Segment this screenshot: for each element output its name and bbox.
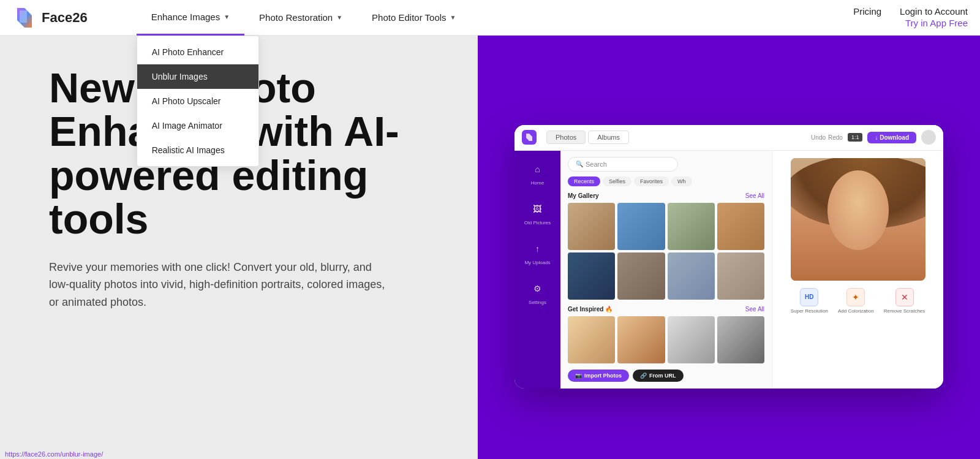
mockup-sidebar: ⌂ Home 🖼 Old Pictures ↑ My Uploads ⚙ Set…	[514, 151, 560, 389]
gallery-tabs-row: Recents Selfies Favorites Wh	[568, 176, 764, 186]
gallery-thumb-1[interactable]	[568, 203, 615, 250]
logo-icon	[12, 6, 37, 30]
mockup-gallery: 🔍 Search Recents Selfies Favorites Wh My…	[560, 151, 772, 389]
sidebar-item-home[interactable]: ⌂ Home	[529, 161, 546, 186]
import-photos-button[interactable]: 📷 Import Photos	[568, 370, 629, 382]
gallery-thumb-6[interactable]	[617, 252, 665, 300]
gallery-thumb-8[interactable]	[717, 252, 764, 300]
settings-icon: ⚙	[529, 280, 546, 297]
photo-restoration-chevron-icon: ▼	[336, 14, 342, 21]
hero-subtitle: Revive your memories with one click! Con…	[49, 259, 392, 311]
gallery-thumb-4[interactable]	[717, 203, 764, 250]
sidebar-item-old-pictures[interactable]: 🖼 Old Pictures	[524, 200, 551, 226]
nav-pricing-link[interactable]: Pricing	[853, 6, 881, 17]
gallery-tab-favorites[interactable]: Favorites	[634, 176, 669, 186]
logo-text: Face26	[42, 10, 88, 26]
navbar: Face26 Enhance Images ▼ AI Photo Enhance…	[0, 0, 980, 36]
gallery-tab-recents[interactable]: Recents	[568, 176, 600, 186]
home-icon: ⌂	[529, 161, 546, 178]
editor-tool-remove-scratches[interactable]: ✕ Remove Scratches	[884, 288, 925, 314]
link-icon: 🔗	[640, 373, 647, 379]
sidebar-item-my-uploads[interactable]: ↑ My Uploads	[524, 240, 550, 265]
from-url-button[interactable]: 🔗 From URL	[633, 370, 684, 382]
dropdown-item-ai-image-animator[interactable]: AI Image Animator	[137, 113, 258, 138]
dropdown-item-realistic-ai-images[interactable]: Realistic AI Images	[137, 138, 258, 162]
mockup-tabs: Photos Albums	[546, 131, 629, 144]
colorization-icon: ✦	[846, 288, 865, 306]
uploads-icon: ↑	[529, 240, 546, 257]
editor-tool-colorization[interactable]: ✦ Add Colorization	[838, 288, 874, 314]
nav-links: Enhance Images ▼ AI Photo Enhancer Unblu…	[137, 0, 854, 36]
mockup-body: ⌂ Home 🖼 Old Pictures ↑ My Uploads ⚙ Set…	[514, 151, 943, 389]
enhance-images-chevron-icon: ▼	[224, 13, 230, 20]
gallery-thumb-inspired-2[interactable]	[617, 316, 665, 363]
dropdown-item-ai-photo-upscaler[interactable]: AI Photo Upscaler	[137, 89, 258, 113]
dropdown-item-ai-photo-enhancer[interactable]: AI Photo Enhancer	[137, 40, 258, 64]
mockup-search-bar[interactable]: 🔍 Search	[568, 157, 678, 172]
gallery-grid-main	[568, 203, 764, 300]
super-resolution-icon: HD	[800, 288, 818, 306]
nav-login-link[interactable]: Login to Account	[900, 6, 968, 17]
mockup-app-logo-icon	[522, 130, 537, 145]
editor-photo	[791, 158, 925, 281]
gallery-grid-inspired	[568, 316, 764, 363]
nav-try-app-link[interactable]: Try in App Free	[905, 18, 968, 28]
import-row: 📷 Import Photos 🔗 From URL	[568, 370, 764, 382]
mockup-topbar-right: Undo Redo 1:1 ↓ Download	[811, 130, 936, 145]
mockup-zoom-level: 1:1	[848, 133, 863, 142]
enhance-images-dropdown: AI Photo Enhancer Unblur Images AI Photo…	[137, 36, 259, 167]
nav-photo-editor-tools[interactable]: Photo Editor Tools ▼	[357, 0, 470, 36]
mockup-tab-albums[interactable]: Albums	[588, 131, 629, 144]
gallery-thumb-2[interactable]	[617, 203, 665, 250]
gallery-thumb-inspired-1[interactable]	[568, 316, 615, 363]
gallery-thumb-inspired-3[interactable]	[668, 316, 715, 363]
mockup-editor: HD Super Resolution ✦ Add Colorization ✕…	[772, 151, 943, 389]
gallery-thumb-5[interactable]	[568, 252, 615, 300]
photo-editor-tools-chevron-icon: ▼	[450, 14, 456, 21]
search-icon: 🔍	[576, 161, 583, 167]
status-bar: https://face26.com/unblur-image/	[0, 449, 108, 459]
mockup-undo-redo: Undo Redo	[811, 134, 843, 141]
import-icon: 📷	[575, 373, 582, 379]
right-panel: Photos Albums Undo Redo 1:1 ↓ Download	[478, 36, 980, 459]
sidebar-item-settings[interactable]: ⚙ Settings	[529, 280, 546, 305]
remove-scratches-icon: ✕	[895, 288, 914, 306]
app-mockup: Photos Albums Undo Redo 1:1 ↓ Download	[514, 125, 943, 389]
nav-right-top: Pricing Login to Account	[853, 6, 968, 17]
dropdown-item-unblur-images[interactable]: Unblur Images	[137, 64, 258, 89]
mockup-tab-photos[interactable]: Photos	[546, 131, 586, 144]
gallery-thumb-3[interactable]	[668, 203, 715, 250]
mockup-topbar: Photos Albums Undo Redo 1:1 ↓ Download	[514, 125, 943, 151]
old-pictures-icon: 🖼	[529, 200, 546, 218]
nav-enhance-images[interactable]: Enhance Images ▼	[137, 0, 244, 36]
gallery-tab-selfies[interactable]: Selfies	[603, 176, 631, 186]
gallery-tab-wh[interactable]: Wh	[671, 176, 692, 186]
editor-tool-super-resolution[interactable]: HD Super Resolution	[791, 288, 828, 314]
mockup-user-avatar	[921, 130, 936, 145]
nav-right: Pricing Login to Account Try in App Free	[853, 6, 968, 29]
gallery-thumb-inspired-4[interactable]	[717, 316, 764, 363]
nav-photo-restoration[interactable]: Photo Restoration ▼	[244, 0, 357, 36]
get-inspired-section: Get Inspired 🔥 See All	[568, 306, 764, 313]
mockup-undo-btn[interactable]: Undo	[811, 134, 826, 141]
editor-tools: HD Super Resolution ✦ Add Colorization ✕…	[791, 288, 925, 314]
gallery-thumb-7[interactable]	[668, 252, 715, 300]
mockup-redo-btn[interactable]: Redo	[828, 134, 843, 141]
logo-area[interactable]: Face26	[12, 6, 88, 30]
enhance-images-container: Enhance Images ▼ AI Photo Enhancer Unblu…	[137, 0, 244, 36]
mockup-download-button[interactable]: ↓ Download	[867, 132, 916, 143]
my-gallery-section: My Gallery See All	[568, 192, 764, 199]
